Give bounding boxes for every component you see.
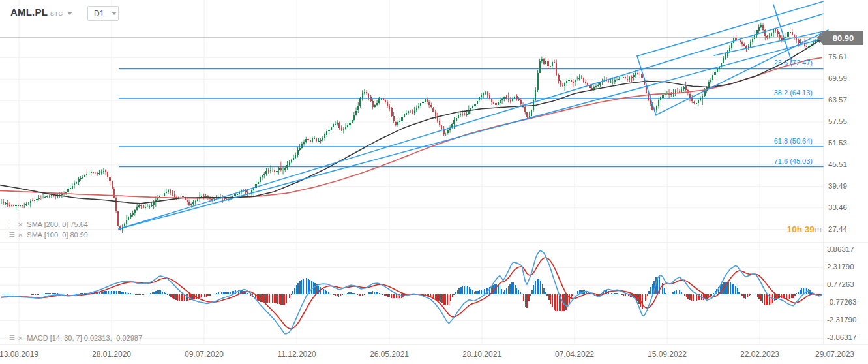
indicator-settings-icon[interactable]: ☰ [9,335,15,341]
date-tick-label: 11.12.2020 [277,350,316,359]
symbol-suffix: STC [50,10,63,17]
sma200-legend-label: SMA [200, 0] 75.64 [27,220,88,228]
macd-legend-row: ☰ ✕ MACD [14, 30, 7] 0.02313, -0.02987 [9,334,142,342]
macd-tick-label: -3.86317 [827,333,856,341]
chart-window: AML.PLSTC D1 ☰ ✕ SMA [200, 0] 75.64 ☰ ✕ … [0,0,868,364]
price-tick-label: 51.53 [828,139,847,147]
candle-countdown: 10h 39m [743,224,822,234]
current-price-badge: 80.90 [823,31,863,45]
fib-level-label: 61.8 (50.64) [676,137,813,145]
current-price-value: 80.90 [833,33,854,43]
indicator-settings-icon[interactable]: ☰ [9,221,15,228]
countdown-time: 10h 39 [787,224,815,234]
indicator-settings-icon[interactable]: ☰ [9,232,15,238]
sma200-legend-row: ☰ ✕ SMA [200, 0] 75.64 [9,220,88,228]
indicator-close-icon[interactable]: ✕ [18,221,23,228]
indicator-close-icon[interactable]: ✕ [18,232,23,239]
macd-tick-label: 0.77263 [827,281,854,288]
chevron-down-icon [112,12,117,15]
macd-tick-label: -0.77263 [827,298,856,306]
price-tick-label: 33.46 [828,204,847,211]
fib-level-label: 71.6 (45.03) [676,157,813,165]
sma100-legend-label: SMA [100, 0] 80.99 [27,231,88,239]
date-tick-label: 26.05.2021 [370,350,409,359]
sma100-legend-row: ☰ ✕ SMA [100, 0] 80.99 [9,231,88,239]
price-tick-label: 63.57 [828,96,847,104]
macd-tick-label: 2.31790 [827,263,854,271]
macd-tick-label: 3.86317 [827,245,854,253]
date-tick-label: 15.09.2022 [648,350,687,359]
countdown-unit: m [815,224,822,234]
timeframe-selector[interactable]: D1 [87,6,119,21]
price-tick-label: 69.59 [828,74,847,82]
price-tick-label: 75.61 [828,53,847,61]
date-tick-label: 22.02.2023 [740,350,779,359]
date-tick-label: 29.07.2023 [815,350,854,359]
date-tick-label: 28.10.2021 [462,350,501,359]
date-tick-label: 28.01.2020 [92,350,131,359]
date-tick-label: 07.04.2022 [555,350,594,359]
price-chart-canvas[interactable] [0,0,868,364]
indicator-close-icon[interactable]: ✕ [18,335,23,342]
price-tick-label: 39.49 [828,182,847,190]
symbol-selector[interactable]: AML.PLSTC [10,7,72,18]
date-tick-label: 09.07.2020 [185,350,224,359]
macd-legend-label: MACD [14, 30, 7] 0.02313, -0.02987 [27,334,142,342]
price-tick-label: 27.44 [828,225,847,233]
macd-tick-label: -2.31790 [827,316,856,324]
price-tick-label: 45.51 [828,160,847,168]
fib-level-label: 38.2 (64.13) [676,89,813,97]
fib-level-label: 23.6 (72.47) [676,59,813,67]
date-tick-label: 13.08.2019 [0,350,38,359]
price-tick-label: 57.55 [828,117,847,125]
chevron-down-icon [67,12,72,15]
symbol-name: AML.PL [10,7,48,18]
timeframe-label: D1 [94,9,104,18]
